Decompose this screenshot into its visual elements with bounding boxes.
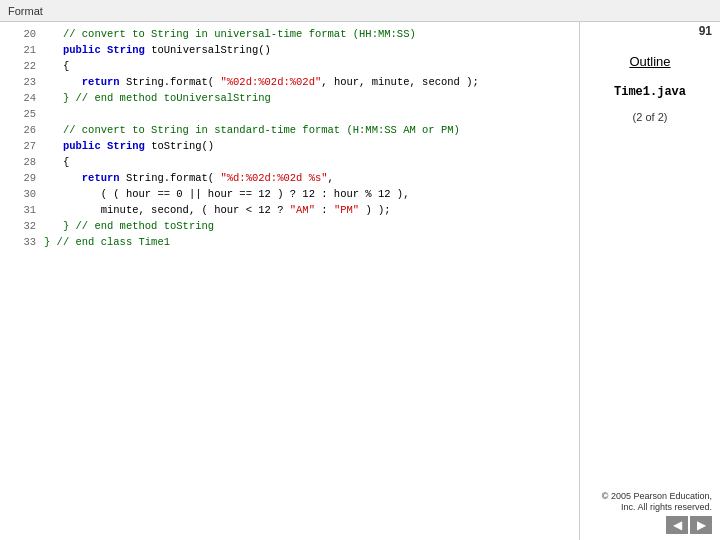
code-line-28: 28 { <box>8 154 571 170</box>
prev-button[interactable]: ◀ <box>666 516 688 534</box>
code-line-32: 32 } // end method toString <box>8 218 571 234</box>
line-number: 21 <box>8 42 36 58</box>
code-text: return String.format( "%02d:%02d:%02d", … <box>44 74 479 90</box>
filename-label: Time1.java <box>614 85 686 99</box>
line-number: 23 <box>8 74 36 90</box>
line-number: 26 <box>8 122 36 138</box>
top-bar: Format <box>0 0 720 22</box>
line-number: 31 <box>8 202 36 218</box>
prev-arrow-icon: ◀ <box>673 519 682 531</box>
copyright-text: © 2005 Pearson Education, Inc. All right… <box>602 491 712 514</box>
code-text: } // end method toUniversalString <box>44 90 271 106</box>
code-line-22: 22 { <box>8 58 571 74</box>
code-line-21: 21 public String toUniversalString() <box>8 42 571 58</box>
code-text: minute, second, ( hour < 12 ? "AM" : "PM… <box>44 202 391 218</box>
slide-number: 91 <box>699 24 712 38</box>
code-line-29: 29 return String.format( "%d:%02d:%02d %… <box>8 170 571 186</box>
code-line-31: 31 minute, second, ( hour < 12 ? "AM" : … <box>8 202 571 218</box>
code-text: { <box>44 154 69 170</box>
main-content: 20 // convert to String in universal-tim… <box>0 22 720 540</box>
code-text: // convert to String in standard-time fo… <box>44 122 460 138</box>
right-panel: Outline Time1.java (2 of 2) © 2005 Pears… <box>580 22 720 540</box>
code-line-33: 33 } // end class Time1 <box>8 234 571 250</box>
line-number: 22 <box>8 58 36 74</box>
line-number: 29 <box>8 170 36 186</box>
line-number: 32 <box>8 218 36 234</box>
code-line-23: 23 return String.format( "%02d:%02d:%02d… <box>8 74 571 90</box>
code-line-27: 27 public String toString() <box>8 138 571 154</box>
code-text: public String toUniversalString() <box>44 42 271 58</box>
line-number: 20 <box>8 26 36 42</box>
line-number: 28 <box>8 154 36 170</box>
next-arrow-icon: ▶ <box>697 519 706 531</box>
line-number: 25 <box>8 106 36 122</box>
slide-container: Format 91 20 // convert to String in uni… <box>0 0 720 540</box>
line-number: 24 <box>8 90 36 106</box>
code-panel: 20 // convert to String in universal-tim… <box>0 22 580 540</box>
code-text: } // end class Time1 <box>44 234 170 250</box>
line-number: 30 <box>8 186 36 202</box>
nav-buttons: ◀ ▶ <box>666 516 712 534</box>
page-info-label: (2 of 2) <box>633 111 668 123</box>
code-text: return String.format( "%d:%02d:%02d %s", <box>44 170 334 186</box>
code-line-30: 30 ( ( hour == 0 || hour == 12 ) ? 12 : … <box>8 186 571 202</box>
code-text: } // end method toString <box>44 218 214 234</box>
code-text: { <box>44 58 69 74</box>
line-number: 33 <box>8 234 36 250</box>
code-text: public String toString() <box>44 138 214 154</box>
line-number: 27 <box>8 138 36 154</box>
code-line-20: 20 // convert to String in universal-tim… <box>8 26 571 42</box>
code-line-24: 24 } // end method toUniversalString <box>8 90 571 106</box>
format-menu[interactable]: Format <box>8 5 43 17</box>
next-button[interactable]: ▶ <box>690 516 712 534</box>
outline-link[interactable]: Outline <box>629 54 670 69</box>
code-text: // convert to String in universal-time f… <box>44 26 416 42</box>
code-text: ( ( hour == 0 || hour == 12 ) ? 12 : hou… <box>44 186 409 202</box>
code-line-26: 26 // convert to String in standard-time… <box>8 122 571 138</box>
code-line-25: 25 <box>8 106 571 122</box>
